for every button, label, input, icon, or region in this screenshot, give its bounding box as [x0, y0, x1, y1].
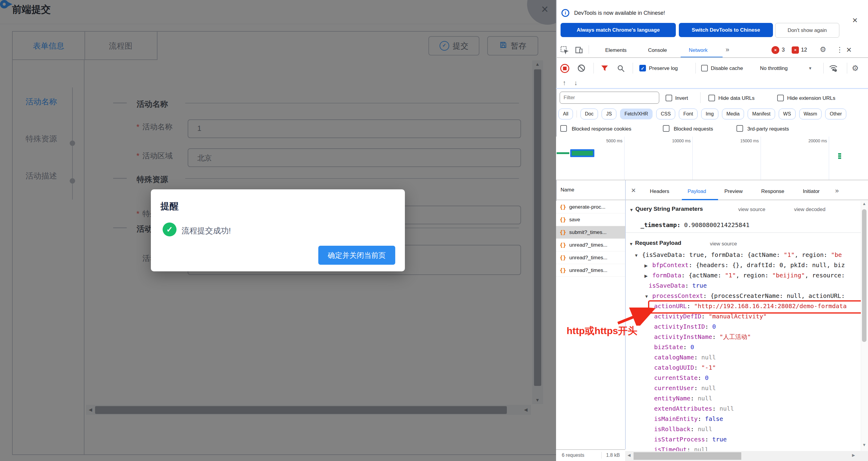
payload-tree-line[interactable]: ▼{isSaveData: true, formData: {actName: …: [632, 250, 861, 260]
filter-chip-all[interactable]: All: [558, 108, 573, 120]
detail-close-icon[interactable]: ×: [631, 186, 636, 195]
network-request-row[interactable]: {}save: [556, 213, 625, 226]
payload-tree-line[interactable]: actionURL: "http://192.168.16.214:28082/…: [632, 301, 861, 311]
filter-chip-other[interactable]: Other: [825, 108, 846, 120]
more-menu-icon[interactable]: ⋮: [836, 45, 843, 54]
filter-chip-media[interactable]: Media: [722, 108, 744, 120]
devtools-close-icon[interactable]: ×: [846, 45, 852, 55]
hide-extension-urls-checkbox[interactable]: [777, 95, 784, 101]
network-request-row[interactable]: {}submit?_times...: [556, 226, 625, 239]
inspect-icon[interactable]: [560, 46, 569, 56]
payload-tree-line[interactable]: isStartProcess: true: [632, 434, 861, 444]
filter-chip-img[interactable]: Img: [701, 108, 718, 120]
blocked-checkbox-1[interactable]: [560, 125, 567, 132]
clear-icon[interactable]: [577, 64, 586, 74]
detail-more-tabs-icon[interactable]: »: [835, 187, 839, 195]
import-har-icon[interactable]: ↑: [563, 79, 566, 87]
detail-tab-payload[interactable]: Payload: [688, 188, 706, 195]
view-decoded-link[interactable]: view decoded: [794, 206, 826, 212]
network-request-row[interactable]: {}unread?_times...: [556, 252, 625, 264]
search-icon[interactable]: [617, 65, 625, 74]
error-badge-icon[interactable]: ×: [771, 46, 779, 54]
filter-input[interactable]: [560, 92, 659, 104]
infobar-close-icon[interactable]: ×: [852, 15, 858, 25]
blocked-label-1[interactable]: Blocked response cookies: [572, 126, 631, 132]
payload-tree-line[interactable]: catalogUUID: "-1": [632, 362, 861, 373]
network-request-row[interactable]: {}generate-proc...: [556, 201, 625, 213]
payload-tree-line[interactable]: activityDefID: "manualActivity": [632, 311, 861, 321]
settings-gear-icon[interactable]: ⚙: [820, 45, 826, 54]
more-tabs-icon[interactable]: »: [725, 46, 729, 54]
detail-vertical-thumb[interactable]: [862, 209, 867, 342]
view-source-link[interactable]: view source: [738, 206, 766, 212]
scroll-left-icon[interactable]: ◀: [627, 453, 630, 457]
invert-label[interactable]: Invert: [675, 95, 688, 101]
payload-tree-line[interactable]: currentUser: null: [632, 383, 861, 393]
error-count[interactable]: 3: [782, 47, 785, 53]
network-request-row[interactable]: {}unread?_times...: [556, 239, 625, 252]
disable-cache-label[interactable]: Disable cache: [711, 65, 743, 71]
filter-chip-css[interactable]: CSS: [656, 108, 675, 120]
network-conditions-icon[interactable]: [829, 63, 838, 74]
blocked-label-3[interactable]: 3rd-party requests: [747, 126, 789, 132]
filter-chip-js[interactable]: JS: [601, 108, 616, 120]
hide-extension-urls-label[interactable]: Hide extension URLs: [787, 95, 835, 101]
tab-network[interactable]: Network: [689, 46, 708, 54]
filter-chip-wasm[interactable]: Wasm: [799, 108, 822, 120]
chevron-down-icon[interactable]: ▼: [808, 66, 812, 71]
filter-funnel-icon[interactable]: [601, 65, 609, 74]
payload-tree-line[interactable]: isRollback: null: [632, 424, 861, 434]
hide-data-urls-checkbox[interactable]: [708, 95, 715, 101]
issue-count[interactable]: 12: [801, 47, 807, 53]
payload-tree-line[interactable]: ▼processContext: {processCreaterName: nu…: [632, 291, 861, 301]
payload-tree-line[interactable]: ▶formData: {actName: "1", region: "beiji…: [632, 270, 861, 281]
preserve-log-checkbox[interactable]: ✓: [639, 65, 646, 71]
payload-tree-line[interactable]: activityInstName: "人工活动": [632, 332, 861, 342]
payload-tree-line[interactable]: isSaveData: true: [632, 281, 861, 291]
detail-tab-headers[interactable]: Headers: [650, 188, 669, 195]
scroll-right-icon[interactable]: ▶: [852, 453, 855, 457]
throttling-select[interactable]: No throttling: [760, 65, 788, 71]
tree-toggle-icon[interactable]: ▶: [645, 261, 652, 270]
network-overview-timeline[interactable]: 5000 ms10000 ms15000 ms20000 ms: [556, 137, 868, 180]
banner-button-3[interactable]: Don't show again: [775, 23, 839, 38]
tree-toggle-icon[interactable]: ▶: [645, 271, 652, 281]
banner-button-1[interactable]: Always match Chrome's language: [561, 23, 676, 37]
record-icon[interactable]: [560, 64, 569, 73]
tab-elements[interactable]: Elements: [605, 46, 627, 54]
payload-tree-line[interactable]: isMainEntity: false: [632, 414, 861, 424]
payload-tree-line[interactable]: activityInstID: 0: [632, 321, 861, 332]
tab-console[interactable]: Console: [648, 46, 667, 54]
payload-tree-line[interactable]: extendAttributes: null: [632, 403, 861, 414]
payload-tree-line[interactable]: isTimeOut: null: [632, 444, 861, 451]
issues-badge-icon[interactable]: ×: [792, 46, 799, 54]
payload-tree-line[interactable]: ▶bfpContext: {headers: {}, draftId: 0, p…: [632, 260, 861, 270]
tree-toggle-icon[interactable]: ▼: [634, 250, 642, 260]
payload-tree-line[interactable]: bizState: 0: [632, 342, 861, 352]
blocked-label-2[interactable]: Blocked requests: [674, 126, 713, 132]
tree-toggle-icon[interactable]: ▼: [645, 291, 652, 301]
scroll-up-icon[interactable]: ▲: [862, 201, 866, 206]
payload-tree-line[interactable]: catalogName: null: [632, 352, 861, 362]
blocked-checkbox-2[interactable]: [663, 125, 670, 132]
collapse-icon[interactable]: ▼: [629, 207, 633, 212]
detail-tab-initiator[interactable]: Initiator: [803, 188, 820, 195]
scroll-down-icon[interactable]: ▼: [862, 442, 866, 447]
filter-chip-font[interactable]: Font: [679, 108, 698, 120]
device-toolbar-icon[interactable]: [575, 46, 583, 56]
preserve-log-label[interactable]: Preserve log: [649, 65, 678, 71]
filter-chip-manifest[interactable]: Manifest: [748, 108, 775, 120]
detail-horizontal-thumb[interactable]: [633, 452, 741, 460]
filter-chip-fetchxhr[interactable]: Fetch/XHR: [620, 108, 653, 120]
payload-tree-line[interactable]: currentState: 0: [632, 373, 861, 383]
disable-cache-checkbox[interactable]: [701, 65, 708, 71]
invert-checkbox[interactable]: [665, 95, 672, 101]
payload-tree-line[interactable]: entityName: null: [632, 393, 861, 403]
filter-chip-doc[interactable]: Doc: [581, 108, 598, 120]
detail-tab-preview[interactable]: Preview: [724, 188, 743, 195]
network-settings-gear-icon[interactable]: ⚙: [852, 64, 859, 73]
detail-tab-response[interactable]: Response: [761, 188, 784, 195]
filter-chip-ws[interactable]: WS: [779, 108, 796, 120]
view-source-link[interactable]: view source: [710, 241, 737, 247]
hide-data-urls-label[interactable]: Hide data URLs: [718, 95, 754, 101]
